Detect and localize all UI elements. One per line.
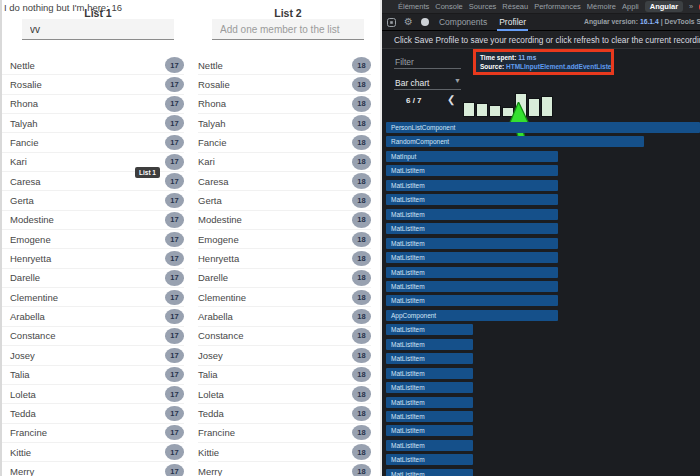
member-row[interactable]: Josey17 xyxy=(2,346,184,365)
member-row[interactable]: Emogene17 xyxy=(2,230,184,249)
member-row[interactable]: Constance18 xyxy=(198,327,371,346)
profiler-row-MatListItem[interactable]: MatListItem xyxy=(386,469,473,476)
member-row[interactable]: Tedda17 xyxy=(2,404,184,423)
member-count-badge: 18 xyxy=(352,115,371,131)
member-row[interactable]: Clementine18 xyxy=(198,288,371,307)
member-row[interactable]: Constance17 xyxy=(2,327,184,346)
member-row[interactable]: Gerta17 xyxy=(2,191,184,210)
member-row[interactable]: Kittie18 xyxy=(198,443,371,462)
member-row[interactable]: Rosalie18 xyxy=(198,75,371,94)
member-row[interactable]: Rhona18 xyxy=(198,95,371,114)
profiler-row-MatListItem[interactable]: MatListItem xyxy=(386,324,473,335)
profiler-row-AppComponent[interactable]: AppComponent xyxy=(386,310,558,321)
member-row[interactable]: Merry18 xyxy=(198,462,371,476)
member-count-badge: 18 xyxy=(352,154,371,170)
profiler-row-MatListItem[interactable]: MatListItem xyxy=(386,267,558,278)
profiler-row-MatListItem[interactable]: MatListItem xyxy=(386,281,558,292)
member-row[interactable]: Caresa18 xyxy=(198,172,371,191)
list1-title: List 1 xyxy=(22,7,174,19)
member-row[interactable]: Kittie17 xyxy=(2,443,184,462)
profiler-row-MatListItem[interactable]: MatListItem xyxy=(386,397,473,408)
member-row[interactable]: Nettle18 xyxy=(198,56,371,75)
member-row[interactable]: Tedda18 xyxy=(198,404,371,423)
member-row[interactable]: Fancie17 xyxy=(2,133,184,152)
member-name: Nettle xyxy=(10,60,35,71)
member-name: Talia xyxy=(198,369,218,380)
profiler-row-MatListItem[interactable]: MatListItem xyxy=(386,339,473,350)
list2-title: List 2 xyxy=(212,7,364,19)
profiler-row-MatListItem[interactable]: MatListItem xyxy=(386,353,473,364)
member-row[interactable]: Fancie18 xyxy=(198,133,371,152)
profiler-row-MatListItem[interactable]: MatListItem xyxy=(386,454,473,465)
profiler-row-MatListItem[interactable]: MatListItem xyxy=(386,180,558,191)
member-name: Nettle xyxy=(198,60,223,71)
member-name: Gerta xyxy=(198,195,222,206)
member-count-badge: 18 xyxy=(352,251,371,267)
profiler-row-MatListItem[interactable]: MatListItem xyxy=(386,440,473,451)
profiler-row-MatListItem[interactable]: MatListItem xyxy=(386,223,558,234)
member-row[interactable]: Modestine18 xyxy=(198,211,371,230)
member-row[interactable]: Talia18 xyxy=(198,366,371,385)
member-name: Arabella xyxy=(198,311,233,322)
member-row[interactable]: Talia17 xyxy=(2,366,184,385)
member-count-badge: 17 xyxy=(165,309,184,325)
profiler-row-MatListItem[interactable]: MatListItem xyxy=(386,295,558,306)
profiler-row-MatListItem[interactable]: MatListItem xyxy=(386,425,473,436)
profiler-row-RandomComponent[interactable]: RandomComponent xyxy=(386,136,644,147)
member-row[interactable]: Arabella18 xyxy=(198,307,371,326)
profiler-row-MatListItem[interactable]: MatListItem xyxy=(386,165,558,176)
list1-members: Nettle17Rosalie17Rhona17Talyah17Fancie17… xyxy=(2,56,184,476)
member-row[interactable]: Modestine17 xyxy=(2,211,184,230)
member-row[interactable]: Rosalie17 xyxy=(2,75,184,94)
member-count-badge: 18 xyxy=(352,57,371,73)
member-row[interactable]: Loleta18 xyxy=(198,385,371,404)
member-count-badge: 17 xyxy=(165,135,184,151)
member-row[interactable]: Henryetta18 xyxy=(198,249,371,268)
profiler-row-MatListItem[interactable]: MatListItem xyxy=(386,194,558,205)
list1-member-input[interactable] xyxy=(22,19,174,40)
member-count-badge: 18 xyxy=(352,348,371,364)
member-name: Francine xyxy=(198,427,235,438)
member-row[interactable]: Darelle18 xyxy=(198,269,371,288)
profiler-row-MatListItem[interactable]: MatListItem xyxy=(386,382,473,393)
profiler-row-MatListItem[interactable]: MatListItem xyxy=(386,252,558,263)
member-name: Rosalie xyxy=(10,79,42,90)
member-row[interactable]: Nettle17 xyxy=(2,56,184,75)
member-row[interactable]: Emogene18 xyxy=(198,230,371,249)
member-count-badge: 18 xyxy=(352,406,371,422)
member-count-badge: 18 xyxy=(352,232,371,248)
member-count-badge: 18 xyxy=(352,328,371,344)
member-name: Darelle xyxy=(10,272,40,283)
member-count-badge: 18 xyxy=(352,425,371,441)
member-row[interactable]: Talyah17 xyxy=(2,114,184,133)
profiler-row-MatListItem[interactable]: MatListItem xyxy=(386,209,558,220)
member-row[interactable]: Talyah18 xyxy=(198,114,371,133)
member-row[interactable]: Josey18 xyxy=(198,346,371,365)
member-name: Henryetta xyxy=(10,253,51,264)
profiler-row-MatListItem[interactable]: MatListItem xyxy=(386,368,473,379)
member-row[interactable]: Rhona17 xyxy=(2,95,184,114)
member-row[interactable]: Francine17 xyxy=(2,424,184,443)
member-count-badge: 18 xyxy=(352,212,371,228)
profiler-row-MatListItem[interactable]: MatListItem xyxy=(386,411,473,422)
member-count-badge: 17 xyxy=(165,386,184,402)
profiler-row-MatInput[interactable]: MatInput xyxy=(386,151,558,162)
profiler-row-PersonListComponent[interactable]: PersonListComponent xyxy=(386,122,700,133)
list2-member-input[interactable] xyxy=(212,19,364,40)
member-row[interactable]: Clementine17 xyxy=(2,288,184,307)
member-row[interactable]: Kari18 xyxy=(198,153,371,172)
member-count-badge: 18 xyxy=(352,193,371,209)
member-count-badge: 17 xyxy=(165,444,184,460)
member-row[interactable]: Arabella17 xyxy=(2,307,184,326)
profiler-row-MatListItem[interactable]: MatListItem xyxy=(386,238,558,249)
member-row[interactable]: Darelle17 xyxy=(2,269,184,288)
member-row[interactable]: Gerta18 xyxy=(198,191,371,210)
member-row[interactable]: Merry17 xyxy=(2,462,184,476)
member-row[interactable]: Francine18 xyxy=(198,424,371,443)
member-count-badge: 18 xyxy=(352,464,371,476)
list2-members: Nettle18Rosalie18Rhona18Talyah18Fancie18… xyxy=(198,56,371,476)
member-row[interactable]: Henryetta17 xyxy=(2,249,184,268)
member-row[interactable]: Loleta17 xyxy=(2,385,184,404)
member-name: Francine xyxy=(10,427,47,438)
member-name: Rosalie xyxy=(198,79,230,90)
